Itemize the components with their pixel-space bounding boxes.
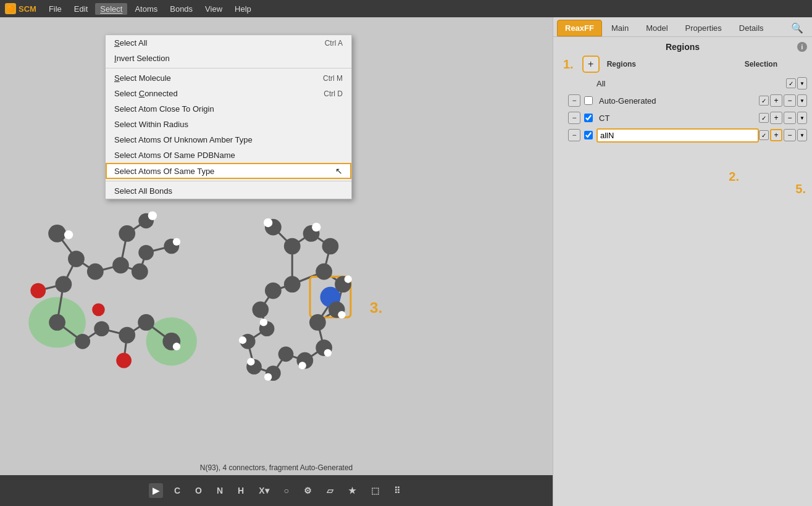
menu-invert-selection[interactable]: Invert Selection (106, 51, 351, 66)
tool-polygon[interactable]: ▱ (323, 483, 337, 498)
region-name-all: All (594, 78, 786, 89)
status-bar: N(93), 4 connectors, fragment Auto-Gener… (0, 460, 553, 475)
tab-model[interactable]: Model (638, 20, 676, 36)
region-minus-alln[interactable]: − (568, 129, 580, 141)
menu-select-all[interactable]: Select All Ctrl A (106, 35, 351, 51)
menu-select-same-type[interactable]: Select Atoms Of Same Type ↖ (106, 163, 351, 179)
menu-select[interactable]: Select (95, 3, 127, 15)
svg-point-90 (247, 358, 254, 365)
tool-nitrogen[interactable]: N (213, 483, 227, 498)
menu-select-close-label: Select Atom Close To Origin (114, 104, 214, 114)
sel-plus-alln[interactable]: + (770, 129, 782, 141)
svg-point-32 (87, 263, 104, 280)
sel-check-ct[interactable]: ✓ (759, 113, 769, 123)
svg-point-91 (239, 336, 246, 344)
scm-icon: 🟠 (5, 3, 16, 14)
menu-select-within-label: Select Within Radius (114, 120, 188, 129)
region-minus-ct[interactable]: − (568, 112, 580, 124)
svg-point-40 (148, 211, 157, 220)
tab-properties[interactable]: Properties (677, 20, 730, 36)
menu-select-connected-shortcut: Ctrl D (324, 89, 343, 98)
menu-bonds[interactable]: Bonds (165, 3, 198, 15)
menu-select-unknown-amber[interactable]: Select Atoms Of Unknown Amber Type (106, 132, 351, 147)
regions-header-row: 1. + Regions Selection (558, 56, 807, 73)
tool-carbon[interactable]: C (170, 483, 184, 498)
info-icon[interactable]: i (797, 42, 807, 52)
menu-edit[interactable]: Edit (69, 3, 93, 15)
svg-point-66 (284, 238, 301, 255)
region-check-alln[interactable] (584, 131, 593, 139)
svg-point-84 (312, 223, 320, 231)
sel-dropdown-alln[interactable]: ▼ (797, 129, 807, 141)
svg-point-37 (119, 225, 135, 242)
tool-dots[interactable]: ⠿ (390, 483, 404, 498)
sel-check-auto[interactable]: ✓ (759, 96, 769, 106)
tab-main[interactable]: Main (603, 20, 637, 36)
sel-check-all[interactable]: ✓ (786, 78, 796, 88)
tool-oxygen[interactable]: O (191, 483, 206, 498)
tool-ring[interactable]: ○ (280, 483, 293, 498)
menu-atoms[interactable]: Atoms (130, 3, 162, 15)
sel-dropdown-ct[interactable]: ▼ (797, 112, 807, 124)
step-1-label: 1. (563, 57, 574, 72)
sel-plus-auto[interactable]: + (770, 94, 782, 107)
region-check-auto-generated[interactable] (584, 96, 593, 105)
tool-hydrogen[interactable]: H (234, 483, 248, 498)
sel-dropdown-all[interactable]: ▼ (797, 77, 807, 89)
menu-select-all-bonds-label: Select All Bonds (114, 186, 172, 196)
cursor-icon: ↖ (335, 166, 343, 176)
svg-point-23 (48, 225, 66, 243)
svg-point-92 (260, 318, 267, 326)
region-name-input-alln[interactable] (596, 128, 759, 143)
menu-select-same-pdbname[interactable]: Select Atoms Of Same PDBName (106, 147, 351, 163)
svg-point-83 (264, 218, 272, 227)
sel-minus-auto[interactable]: − (784, 94, 796, 107)
tool-element-dropdown[interactable]: X▾ (255, 483, 272, 498)
menu-select-close-to-origin[interactable]: Select Atom Close To Origin (106, 101, 351, 117)
tab-reaxff[interactable]: ReaxFF (557, 20, 602, 36)
right-panel: ReaxFF Main Model Properties Details 🔍 R… (553, 17, 812, 506)
viewer-panel[interactable]: 3. N(93), 4 connectors, fragment Auto-Ge… (0, 17, 553, 506)
scm-text: SCM (19, 4, 36, 14)
menu-select-unknown-amber-label: Select Atoms Of Unknown Amber Type (114, 135, 253, 144)
sel-dropdown-auto[interactable]: ▼ (797, 94, 807, 107)
menu-file[interactable]: File (44, 3, 67, 15)
search-icon[interactable]: 🔍 (786, 20, 808, 36)
regions-col-header: Regions (607, 60, 636, 68)
svg-point-22 (92, 304, 105, 317)
tool-select[interactable]: ▶ (149, 483, 163, 498)
tool-frame[interactable]: ⬚ (367, 483, 383, 498)
step-2-label: 2. (729, 170, 739, 184)
region-check-ct[interactable] (584, 114, 593, 122)
menu-view[interactable]: View (200, 3, 227, 15)
sel-minus-ct[interactable]: − (784, 112, 796, 124)
sel-check-alln[interactable]: ✓ (759, 130, 769, 140)
tool-settings[interactable]: ⚙ (300, 483, 316, 498)
menu-help[interactable]: Help (230, 3, 256, 15)
region-row-auto-generated: − Auto-Generated ✓ + − ▼ (563, 93, 807, 109)
svg-point-20 (30, 283, 46, 299)
selection-col-header: Selection (745, 60, 777, 68)
svg-point-24 (68, 251, 85, 267)
tab-details[interactable]: Details (731, 20, 772, 36)
svg-point-25 (56, 276, 72, 292)
add-region-button[interactable]: + (582, 56, 600, 73)
svg-point-29 (119, 327, 135, 344)
svg-point-33 (112, 257, 129, 273)
svg-point-26 (49, 314, 65, 331)
region-name-ct: CT (596, 112, 759, 124)
menu-select-connected[interactable]: Select Connected Ctrl D (106, 86, 351, 101)
menu-select-molecule[interactable]: Select Molecule Ctrl M (106, 70, 351, 86)
main-container: 3. N(93), 4 connectors, fragment Auto-Ge… (0, 17, 812, 506)
menu-select-all-bonds[interactable]: Select All Bonds (106, 183, 351, 199)
tool-star[interactable]: ★ (345, 483, 360, 498)
region-minus-auto-generated[interactable]: − (568, 94, 580, 107)
svg-point-27 (75, 334, 90, 349)
sel-minus-alln[interactable]: − (784, 129, 796, 141)
svg-point-81 (265, 283, 282, 299)
svg-point-75 (278, 347, 294, 362)
region-name-auto-generated: Auto-Generated (596, 95, 759, 107)
sel-plus-ct[interactable]: + (770, 112, 782, 124)
svg-point-30 (138, 314, 154, 331)
menu-select-within-radius[interactable]: Select Within Radius (106, 117, 351, 132)
